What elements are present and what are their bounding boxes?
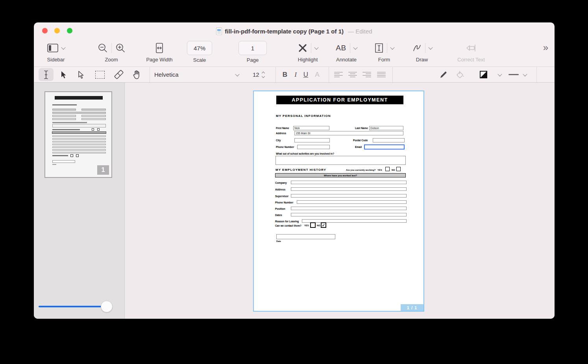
first-name-field[interactable]: Nick	[293, 126, 329, 130]
chevron-down-icon[interactable]	[428, 45, 433, 50]
border-color-dropdown[interactable]	[498, 67, 501, 82]
align-justify-icon	[377, 71, 386, 78]
supervisor-field[interactable]	[291, 194, 407, 198]
ruler-tool[interactable]	[114, 67, 124, 82]
position-label: Position	[275, 207, 285, 210]
align-left-button[interactable]	[334, 67, 343, 82]
divider	[276, 67, 276, 82]
chevron-down-icon[interactable]	[353, 45, 357, 50]
slider-knob[interactable]	[101, 301, 113, 312]
text-tool-selected[interactable]	[39, 68, 54, 81]
no-label: NO	[392, 169, 395, 171]
align-right-icon	[362, 71, 371, 78]
dates-field[interactable]	[291, 213, 407, 216]
zoom-in-icon[interactable]	[115, 43, 126, 53]
border-color-tool[interactable]	[480, 67, 487, 82]
document-proxy-icon[interactable]	[216, 28, 222, 35]
email-field-focused[interactable]	[364, 144, 405, 150]
city-field[interactable]	[294, 138, 330, 142]
zoom-out-icon[interactable]	[98, 43, 108, 53]
correct-text-button: Correct Text	[449, 40, 493, 63]
close-window-button[interactable]	[42, 28, 48, 33]
chevron-down-icon[interactable]	[314, 45, 318, 50]
divider	[350, 43, 350, 53]
form-button[interactable]: Form	[367, 40, 401, 63]
window-title: fill-in-pdf-form-template copy (Page 1 o…	[225, 28, 344, 35]
page-width-button[interactable]: Page Width	[139, 40, 179, 63]
divider	[329, 67, 329, 82]
font-size-stepper[interactable]: 12	[253, 67, 264, 82]
chevron-down-icon[interactable]	[390, 45, 394, 50]
bold-button[interactable]: B	[281, 67, 289, 82]
scale-control: 47% Scale	[187, 40, 212, 63]
employment-phone-field[interactable]	[297, 200, 407, 204]
chevron-down-icon	[497, 72, 502, 76]
contact-yes-label: YES	[304, 224, 309, 227]
align-right-button[interactable]	[362, 67, 371, 82]
contact-no-checkbox-checked[interactable]: ✓	[321, 222, 326, 228]
italic-button[interactable]: I	[292, 67, 300, 82]
page-indicator-badge: 1 / 1	[401, 304, 423, 311]
outline-cursor-icon	[77, 70, 84, 79]
align-left-icon	[334, 71, 343, 78]
sidebar-icon	[47, 44, 58, 52]
postal-code-label: Postal Code	[353, 139, 368, 142]
underline-button[interactable]: U	[302, 67, 310, 82]
annotate-button[interactable]: AB Annotate	[328, 40, 364, 63]
hand-tool[interactable]	[132, 67, 141, 82]
line-style-dropdown[interactable]	[523, 67, 527, 82]
draw-button[interactable]: Draw	[405, 40, 438, 63]
zoom-window-button[interactable]	[67, 28, 72, 33]
pdf-page[interactable]: APPLICATION FOR EMPLOYMENT MY PERSONAL I…	[253, 91, 424, 312]
contact-yes-checkbox[interactable]	[310, 222, 316, 228]
fill-color-tool	[456, 67, 465, 82]
divider	[150, 67, 150, 82]
document-viewer[interactable]: APPLICATION FOR EMPLOYMENT MY PERSONAL I…	[125, 83, 555, 319]
postal-code-field[interactable]	[373, 138, 405, 142]
select-tool[interactable]	[60, 67, 67, 82]
pencil-tool[interactable]	[439, 67, 448, 82]
activities-field[interactable]	[276, 156, 406, 165]
phone-number-field[interactable]	[297, 145, 330, 149]
company-field[interactable]	[291, 181, 407, 184]
preview-window: fill-in-pdf-form-template copy (Page 1 o…	[34, 22, 555, 319]
working-no-checkbox[interactable]	[396, 167, 401, 171]
paint-bucket-icon	[456, 70, 465, 79]
working-yes-checkbox[interactable]	[385, 167, 390, 171]
annotation-select-tool[interactable]	[77, 67, 84, 82]
arrow-cursor-icon	[60, 70, 67, 79]
position-field[interactable]	[291, 207, 407, 210]
rect-select-tool[interactable]	[95, 67, 105, 82]
zoom-label: Zoom	[89, 57, 133, 63]
sidebar-toggle[interactable]: Sidebar	[39, 40, 72, 63]
draw-label: Draw	[405, 57, 438, 63]
align-center-icon	[348, 71, 357, 78]
employment-address-field[interactable]	[291, 187, 407, 191]
address-field[interactable]: 155 Main St	[294, 131, 403, 135]
highlight-button[interactable]: Highlight	[290, 40, 326, 63]
divider	[425, 43, 425, 53]
align-center-button[interactable]	[348, 67, 357, 82]
sidebar-label: Sidebar	[39, 57, 72, 63]
date-field[interactable]	[276, 234, 335, 239]
pencil-icon	[439, 70, 448, 79]
text-cursor-icon	[43, 70, 49, 79]
format-bar: Helvetica 12 B I U A	[34, 67, 555, 83]
phone-number-label: Phone Number	[276, 146, 294, 148]
page-number-field[interactable]: 1	[239, 41, 267, 55]
chevron-down-icon	[235, 72, 239, 76]
employment-section-heading: MY EMPLOYMENT HISTORY	[276, 168, 326, 172]
reason-leaving-field[interactable]	[302, 219, 407, 223]
align-justify-button[interactable]	[377, 67, 386, 82]
last-name-field[interactable]: Dolson	[369, 126, 403, 130]
hand-icon	[132, 70, 141, 80]
minimize-window-button[interactable]	[54, 28, 60, 33]
font-family-select[interactable]: Helvetica	[154, 67, 239, 82]
page-thumbnail[interactable]: 1	[44, 91, 112, 178]
scale-value-field[interactable]: 47%	[187, 41, 212, 55]
thumbnail-zoom-slider[interactable]	[39, 301, 109, 312]
line-style-tool[interactable]	[508, 67, 519, 82]
toolbar-overflow-button[interactable]: »	[543, 42, 548, 53]
page-width-icon	[155, 43, 164, 53]
zoom-controls: Zoom	[89, 40, 133, 63]
